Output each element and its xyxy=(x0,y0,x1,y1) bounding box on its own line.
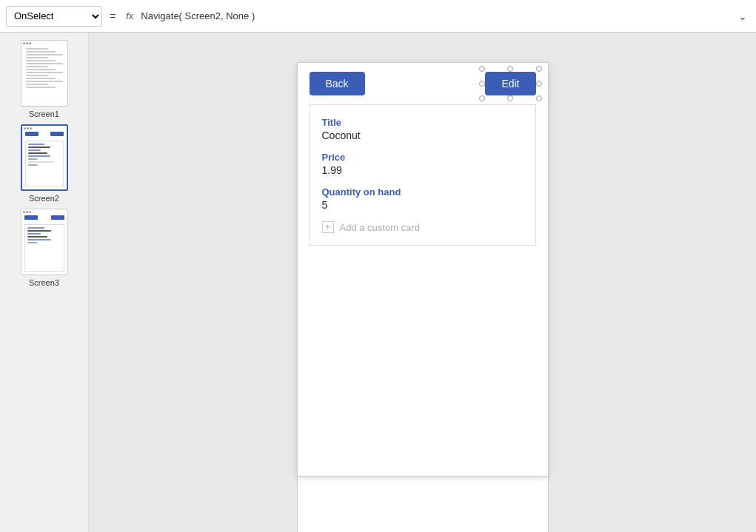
price-field-label: Price xyxy=(322,152,523,163)
add-custom-card-label: Add a custom card xyxy=(340,222,420,233)
edit-button-container: Edit xyxy=(485,72,535,95)
price-field-value: 1.99 xyxy=(322,164,523,176)
quantity-field-label: Quantity on hand xyxy=(322,186,523,198)
handle-top-middle[interactable] xyxy=(507,66,513,72)
screen1-label: Screen1 xyxy=(29,110,59,118)
handle-bottom-left[interactable] xyxy=(479,95,485,101)
left-panel: Screen1 Screen2 xyxy=(0,33,89,532)
back-button[interactable]: Back xyxy=(310,72,365,95)
phone-frame: Back Edit xyxy=(297,62,549,477)
detail-card: Title Coconut Price 1.99 Quantity on han… xyxy=(310,104,536,246)
add-custom-card[interactable]: + Add a custom card xyxy=(322,221,523,233)
sidebar-item-screen1[interactable]: Screen1 xyxy=(7,40,81,118)
phone-bottom-area xyxy=(297,476,549,532)
edit-button[interactable]: Edit xyxy=(485,72,535,95)
formula-select[interactable]: OnSelect xyxy=(6,6,102,27)
handle-bottom-right[interactable] xyxy=(536,95,542,101)
formula-equals: = xyxy=(107,10,118,22)
screen1-thumbnail xyxy=(21,40,68,107)
formula-fx-icon: fx xyxy=(123,10,136,21)
handle-top-right[interactable] xyxy=(536,66,542,72)
sidebar-item-screen3[interactable]: Screen3 xyxy=(7,209,81,287)
handle-top-left[interactable] xyxy=(479,66,485,72)
title-field-value: Coconut xyxy=(322,129,523,141)
handle-middle-right[interactable] xyxy=(536,81,542,87)
screen3-thumbnail xyxy=(21,209,68,275)
main-canvas: Back Edit xyxy=(89,33,756,532)
formula-input[interactable] xyxy=(141,6,731,27)
quantity-field-value: 5 xyxy=(322,199,523,211)
handle-middle-left[interactable] xyxy=(479,81,485,87)
screen3-label: Screen3 xyxy=(29,278,59,287)
sidebar-item-screen2[interactable]: Screen2 xyxy=(7,124,81,203)
screen2-label: Screen2 xyxy=(29,194,59,203)
formula-chevron-icon[interactable]: ⌄ xyxy=(735,10,750,22)
handle-bottom-middle[interactable] xyxy=(507,95,513,101)
title-field-label: Title xyxy=(322,117,523,128)
phone-top-bar: Back Edit xyxy=(298,63,548,104)
plus-icon: + xyxy=(322,221,334,233)
formula-bar: OnSelect = fx ⌄ xyxy=(0,0,756,33)
screen2-thumbnail xyxy=(21,124,68,191)
